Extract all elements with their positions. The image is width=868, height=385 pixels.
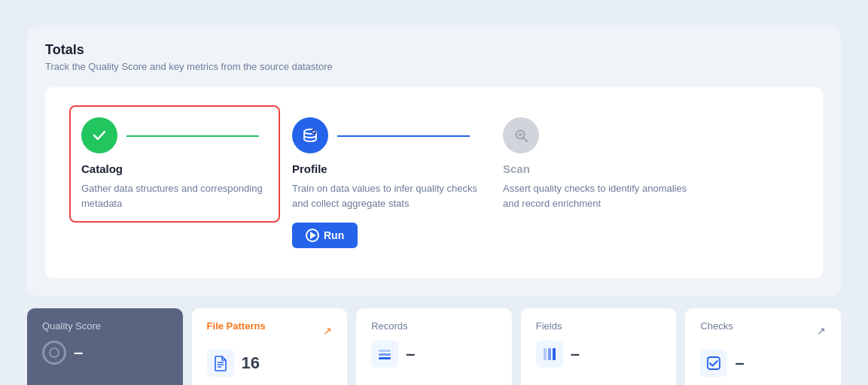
check-icon: [91, 127, 108, 144]
profile-icon-circle: [292, 117, 328, 153]
metric-checks[interactable]: Checks ↗ –: [685, 308, 841, 385]
profile-step-desc: Train on data values to infer quality ch…: [292, 181, 479, 211]
fields-icon: [536, 341, 563, 368]
metric-fields: Fields –: [521, 308, 677, 385]
file-patterns-label: File Patterns: [207, 320, 266, 332]
table-columns-icon: [542, 347, 557, 362]
quality-score-value-row: –: [42, 341, 168, 365]
checks-value: –: [735, 353, 744, 373]
gauge-icon: [48, 347, 60, 359]
svg-rect-12: [544, 348, 547, 360]
step-scan[interactable]: Scan Assert quality checks to identify a…: [491, 105, 702, 223]
table-rows-icon: [377, 347, 392, 362]
metric-quality-score: Quality Score –: [27, 308, 183, 385]
quality-score-value: –: [74, 343, 83, 362]
catalog-icon-circle: [81, 117, 117, 153]
catalog-step-name: Catalog: [81, 162, 268, 175]
line-profile-scan: [337, 135, 470, 137]
line-catalog-profile: [126, 135, 259, 137]
svg-point-5: [50, 348, 59, 357]
svg-rect-13: [548, 348, 551, 360]
checks-value-row: –: [700, 350, 826, 377]
file-patterns-value: 16: [242, 353, 260, 373]
fields-value-row: –: [536, 341, 662, 368]
run-button-label: Run: [324, 229, 344, 241]
file-document-icon: [213, 355, 228, 371]
step-catalog[interactable]: Catalog Gather data structures and corre…: [69, 105, 280, 223]
database-icon: [301, 126, 319, 144]
scan-step-desc: Assert quality checks to identify anomal…: [503, 181, 690, 211]
search-icon: [513, 127, 529, 144]
fields-value: –: [571, 344, 580, 364]
svg-rect-14: [553, 348, 556, 360]
svg-point-4: [519, 133, 522, 136]
svg-line-3: [524, 138, 528, 142]
file-patterns-value-row: 16: [207, 350, 333, 377]
svg-rect-10: [379, 353, 391, 356]
run-button[interactable]: Run: [292, 223, 358, 248]
catalog-step-desc: Gather data structures and corresponding…: [81, 181, 268, 211]
pipeline-steps: Catalog Gather data structures and corre…: [45, 87, 823, 278]
play-icon: [306, 229, 319, 242]
play-triangle: [310, 232, 316, 239]
page-subtitle: Track the Quality Score and key metrics …: [45, 61, 823, 72]
step-profile[interactable]: Profile Train on data values to infer qu…: [280, 105, 491, 260]
file-patterns-link-icon[interactable]: ↗: [323, 325, 332, 337]
records-value: –: [406, 344, 415, 364]
main-container: Totals Track the Quality Score and key m…: [15, 15, 853, 385]
quality-score-label: Quality Score: [42, 320, 168, 332]
file-patterns-header: File Patterns ↗: [207, 320, 333, 341]
scan-icon-circle: [503, 117, 539, 153]
checks-label: Checks: [700, 320, 732, 332]
scan-step-name: Scan: [503, 162, 690, 175]
checks-header: Checks ↗: [700, 320, 826, 341]
records-value-row: –: [371, 341, 497, 368]
svg-rect-9: [379, 350, 391, 352]
quality-score-icon: [42, 341, 66, 365]
svg-rect-11: [379, 357, 391, 359]
records-icon: [371, 341, 398, 368]
file-icon: [207, 350, 234, 377]
records-label: Records: [371, 320, 497, 332]
page-title: Totals: [45, 42, 823, 58]
totals-card: Totals Track the Quality Score and key m…: [27, 27, 841, 296]
metric-records: Records –: [356, 308, 512, 385]
checks-link-icon[interactable]: ↗: [817, 325, 826, 337]
metrics-row: Quality Score – File Patterns ↗: [27, 308, 841, 385]
profile-step-name: Profile: [292, 162, 479, 175]
metric-file-patterns[interactable]: File Patterns ↗ 16: [192, 308, 348, 385]
checkbox-check-icon: [706, 356, 721, 371]
checks-icon: [700, 350, 727, 377]
fields-label: Fields: [536, 320, 662, 332]
